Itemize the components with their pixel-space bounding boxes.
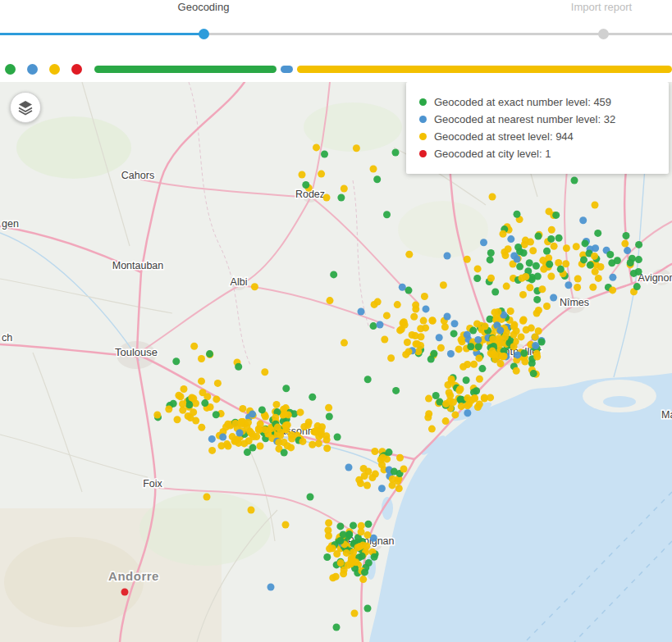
- map-marker-yellow[interactable]: [288, 431, 295, 439]
- map-marker-green[interactable]: [334, 434, 341, 441]
- map-marker-yellow[interactable]: [428, 316, 436, 324]
- map-marker-green[interactable]: [520, 249, 528, 257]
- map-marker-yellow[interactable]: [313, 427, 320, 435]
- map-marker-green[interactable]: [473, 387, 480, 394]
- step-dot-geocoding[interactable]: [199, 29, 209, 39]
- map-marker-blue[interactable]: [496, 326, 504, 334]
- map-marker-green[interactable]: [172, 357, 180, 365]
- map-marker-green[interactable]: [330, 271, 337, 278]
- map-marker-yellow[interactable]: [299, 171, 306, 179]
- map-marker-yellow[interactable]: [481, 394, 488, 401]
- map-marker-green[interactable]: [323, 553, 331, 561]
- map-marker-yellow[interactable]: [358, 528, 365, 535]
- map-marker-green[interactable]: [623, 232, 630, 239]
- map-marker-yellow[interactable]: [341, 185, 348, 193]
- map-marker-yellow[interactable]: [421, 293, 428, 300]
- map-marker-yellow[interactable]: [413, 340, 420, 348]
- map-marker-yellow[interactable]: [573, 243, 580, 250]
- map-marker-yellow[interactable]: [458, 403, 465, 410]
- map-marker-yellow[interactable]: [396, 454, 404, 462]
- map-marker-yellow[interactable]: [420, 317, 427, 325]
- map-marker-green[interactable]: [587, 262, 594, 269]
- map-marker-yellow[interactable]: [597, 263, 605, 271]
- map-marker-yellow[interactable]: [203, 494, 211, 501]
- map-marker-yellow[interactable]: [448, 376, 455, 383]
- map-marker-yellow[interactable]: [325, 519, 332, 526]
- map-marker-green[interactable]: [457, 396, 464, 403]
- map-marker-yellow[interactable]: [510, 331, 518, 339]
- map-marker-yellow[interactable]: [333, 550, 341, 558]
- map-marker-yellow[interactable]: [404, 339, 411, 346]
- map-marker-green[interactable]: [364, 521, 372, 528]
- map-marker-yellow[interactable]: [621, 240, 629, 248]
- map-marker-yellow[interactable]: [425, 395, 432, 403]
- map-marker-blue[interactable]: [451, 320, 459, 327]
- map-marker-yellow[interactable]: [318, 171, 325, 178]
- map-marker-yellow[interactable]: [458, 336, 465, 344]
- map-marker-yellow[interactable]: [513, 367, 520, 375]
- map-marker-yellow[interactable]: [313, 143, 320, 151]
- map-marker-green[interactable]: [386, 448, 393, 456]
- map-marker-green[interactable]: [614, 257, 621, 264]
- map-marker-green[interactable]: [337, 194, 345, 202]
- map-marker-yellow[interactable]: [381, 336, 388, 344]
- map-marker-yellow[interactable]: [476, 401, 483, 408]
- map-marker-yellow[interactable]: [190, 343, 198, 350]
- map-marker-yellow[interactable]: [595, 275, 602, 282]
- map-marker-green[interactable]: [546, 261, 553, 268]
- map-marker-yellow[interactable]: [533, 310, 541, 317]
- map-marker-yellow[interactable]: [551, 243, 558, 250]
- map-marker-blue[interactable]: [510, 253, 518, 260]
- map-marker-yellow[interactable]: [457, 385, 464, 393]
- map-marker-yellow[interactable]: [249, 433, 257, 440]
- map-marker-yellow[interactable]: [425, 410, 432, 417]
- map-marker-yellow[interactable]: [174, 416, 181, 423]
- map-marker-green[interactable]: [383, 211, 391, 218]
- map-marker-blue[interactable]: [444, 253, 451, 260]
- map-marker-green[interactable]: [333, 624, 341, 631]
- map-marker-yellow[interactable]: [417, 325, 424, 332]
- map-marker-green[interactable]: [364, 605, 372, 612]
- map-marker-yellow[interactable]: [327, 297, 334, 304]
- map-marker-yellow[interactable]: [476, 376, 483, 383]
- map-marker-green[interactable]: [467, 343, 474, 350]
- map-marker-green[interactable]: [534, 273, 542, 280]
- map-marker-yellow[interactable]: [473, 320, 481, 327]
- map-marker-green[interactable]: [552, 212, 560, 219]
- map-marker-green[interactable]: [555, 234, 563, 242]
- map-marker-yellow[interactable]: [539, 257, 546, 264]
- map-marker-yellow[interactable]: [153, 412, 161, 419]
- map-marker-yellow[interactable]: [532, 333, 539, 340]
- map-marker-green[interactable]: [326, 413, 333, 421]
- map-marker-yellow[interactable]: [370, 166, 377, 173]
- map-marker-blue[interactable]: [219, 434, 226, 441]
- map-marker-green[interactable]: [606, 251, 614, 258]
- map-marker-yellow[interactable]: [589, 284, 597, 291]
- map-marker-yellow[interactable]: [533, 353, 541, 361]
- map-marker-blue[interactable]: [399, 284, 406, 291]
- map-marker-green[interactable]: [633, 283, 641, 290]
- map-marker-yellow[interactable]: [502, 252, 510, 259]
- map-marker-yellow[interactable]: [442, 417, 450, 425]
- map-marker-blue[interactable]: [436, 334, 443, 341]
- map-marker-yellow[interactable]: [363, 482, 371, 489]
- map-marker-yellow[interactable]: [348, 554, 355, 562]
- map-marker-yellow[interactable]: [198, 355, 205, 362]
- map-marker-yellow[interactable]: [213, 395, 220, 403]
- map-marker-green[interactable]: [530, 370, 537, 377]
- map-marker-green[interactable]: [635, 241, 642, 248]
- map-marker-yellow[interactable]: [450, 398, 457, 406]
- map-marker-green[interactable]: [533, 262, 540, 270]
- map-marker-green[interactable]: [392, 387, 400, 394]
- map-marker-blue[interactable]: [579, 216, 587, 224]
- map-marker-blue[interactable]: [592, 244, 599, 252]
- map-marker-yellow[interactable]: [475, 354, 482, 362]
- map-marker-yellow[interactable]: [574, 275, 582, 283]
- map-marker-yellow[interactable]: [507, 307, 514, 315]
- map-marker-green[interactable]: [487, 249, 495, 257]
- map-marker-yellow[interactable]: [337, 559, 345, 567]
- map-marker-yellow[interactable]: [548, 226, 555, 234]
- map-marker-yellow[interactable]: [363, 531, 371, 539]
- map-marker-green[interactable]: [307, 494, 314, 501]
- map-marker-green[interactable]: [491, 289, 499, 296]
